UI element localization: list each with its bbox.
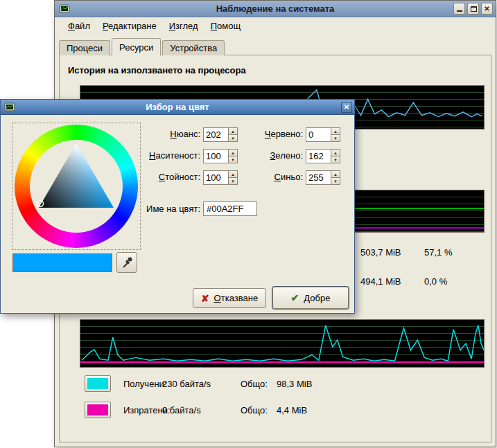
sent-rate: 0 байта/s [162, 405, 201, 415]
value-label: Стойност: [131, 172, 200, 182]
cpu-history-heading: История на използването на процесора [68, 65, 246, 75]
window-title: Наблюдение на системата [55, 3, 496, 14]
blue-input[interactable] [306, 170, 331, 185]
tab-processes[interactable]: Процеси [59, 40, 110, 55]
hue-input[interactable] [203, 127, 229, 142]
red-spin-down-button[interactable]: ▼ [331, 135, 340, 142]
red-label: Червено: [234, 129, 303, 139]
maximize-button[interactable] [467, 3, 479, 15]
green-label: Зелено: [234, 150, 303, 161]
tab-bar: Процеси Ресурси Устройства [59, 38, 226, 55]
green-input[interactable] [306, 149, 331, 163]
received-color-swatch[interactable] [85, 375, 111, 392]
desktop: Наблюдение на системата ✕ Файл Редактира… [0, 0, 497, 448]
green-spin-down-button[interactable]: ▼ [331, 156, 340, 163]
ok-button-label: Добре [304, 293, 330, 303]
color-name-label: Име на цвят: [131, 204, 200, 214]
spin-down-icon: ▼ [333, 158, 338, 162]
value-input[interactable] [203, 170, 229, 185]
sent-color-swatch[interactable] [85, 402, 111, 418]
menu-help[interactable]: Помощ [204, 19, 247, 33]
red-spinbox: ▲▼ [306, 127, 340, 142]
spin-up-icon: ▲ [333, 172, 338, 177]
dialog-close-icon: ✕ [344, 103, 349, 111]
memory-row1-percent: 57,1 % [424, 247, 452, 258]
red-spin-up-button[interactable]: ▲ [331, 127, 340, 135]
color-name-input[interactable] [203, 201, 257, 216]
hue-label: Нюанс: [131, 129, 200, 139]
close-button[interactable]: ✕ [481, 3, 493, 15]
memory-row1-value: 503,7 MiB [360, 247, 401, 258]
saturation-value-triangle[interactable] [15, 125, 138, 248]
menu-file[interactable]: Файл [62, 19, 96, 33]
hue-ring[interactable] [15, 125, 138, 248]
spin-up-icon: ▲ [333, 129, 338, 134]
dialog-close-button[interactable]: ✕ [341, 102, 352, 113]
received-total: 98,3 MiB [277, 379, 312, 389]
dialog-title: Избор на цвят [1, 102, 354, 112]
received-label: Получени: [123, 379, 166, 389]
hue-spinbox: ▲▼ [203, 127, 238, 142]
spin-down-icon: ▼ [333, 179, 338, 183]
spin-up-icon: ▲ [333, 151, 338, 155]
cancel-x-icon: ✘ [201, 293, 209, 304]
menubar: Файл Редактиране Изглед Помощ [55, 18, 496, 34]
minimize-button[interactable] [453, 3, 465, 15]
value-spinbox: ▲▼ [203, 170, 238, 185]
network-history-chart [80, 319, 485, 368]
blue-label: Синьо: [234, 172, 303, 182]
dialog-titlebar[interactable]: Избор на цвят ✕ [1, 100, 354, 115]
memory-row2-value: 494,1 MiB [360, 276, 401, 287]
cancel-button[interactable]: ✘ Отказване [193, 288, 266, 308]
blue-spinbox: ▲▼ [306, 170, 340, 185]
ok-button[interactable]: ✔ Добре [272, 287, 349, 309]
sent-total-label: Общо: [241, 405, 268, 415]
tab-devices[interactable]: Устройства [162, 40, 225, 55]
menu-edit[interactable]: Редактиране [96, 19, 163, 33]
cancel-button-label: Отказване [214, 293, 259, 303]
saturation-label: Наситеност: [131, 150, 200, 161]
eyedropper-button[interactable] [116, 252, 137, 273]
blue-spin-up-button[interactable]: ▲ [331, 170, 340, 178]
received-rate: 230 байта/s [162, 379, 211, 389]
red-input[interactable] [306, 127, 331, 142]
spin-down-icon: ▼ [333, 136, 338, 141]
window-titlebar[interactable]: Наблюдение на системата ✕ [55, 1, 496, 17]
green-spin-up-button[interactable]: ▲ [331, 149, 340, 156]
green-spinbox: ▲▼ [306, 149, 340, 163]
tab-resources[interactable]: Ресурси [112, 38, 161, 55]
saturation-input[interactable] [203, 149, 229, 163]
sent-total: 4,4 MiB [277, 405, 307, 415]
maximize-icon [471, 6, 477, 12]
color-picker-dialog: Избор на цвят ✕ [0, 99, 355, 314]
ok-check-icon: ✔ [291, 292, 299, 303]
color-wheel-box [12, 123, 141, 250]
eyedropper-icon [120, 256, 134, 269]
received-total-label: Общо: [241, 379, 268, 389]
minimize-icon [457, 10, 462, 12]
network-received-line [82, 325, 484, 361]
close-icon: ✕ [484, 5, 489, 12]
color-preview [12, 253, 112, 272]
menu-view[interactable]: Изглед [163, 19, 204, 33]
saturation-spinbox: ▲▼ [203, 149, 238, 163]
blue-spin-down-button[interactable]: ▼ [331, 178, 340, 185]
memory-row2-percent: 0,0 % [424, 276, 447, 287]
